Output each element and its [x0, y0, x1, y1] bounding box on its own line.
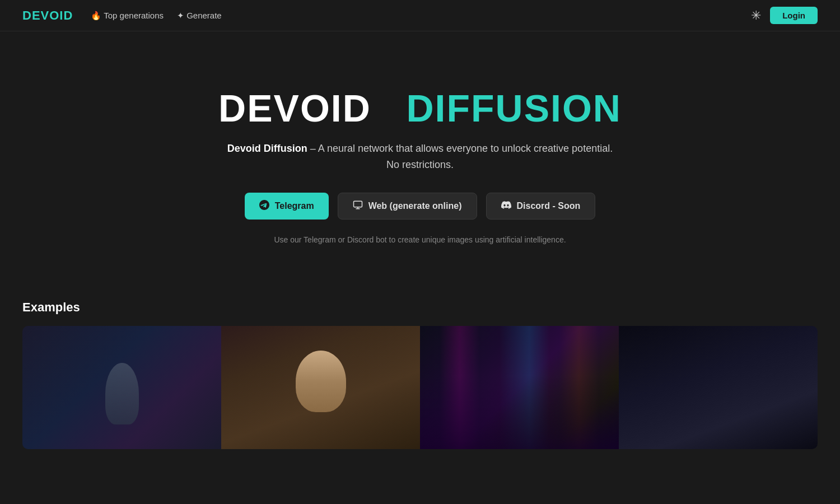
hero-subtitle-rest: – A neural network that allows everyone … — [310, 143, 613, 170]
example-image-3[interactable] — [420, 326, 619, 449]
hero-buttons: Telegram Web (generate online) Discord -… — [245, 193, 596, 220]
hero-section: DEVOID DIFFUSION Devoid Diffusion – A ne… — [0, 31, 840, 289]
examples-grid — [22, 326, 818, 449]
examples-section: Examples — [0, 289, 840, 472]
hero-title-devoid: DEVOID — [218, 87, 371, 129]
nav-links: 🔥 Top generations ✦ Generate — [91, 11, 751, 21]
telegram-button[interactable]: Telegram — [245, 193, 329, 220]
telegram-icon — [259, 200, 269, 212]
web-generate-button[interactable]: Web (generate online) — [338, 193, 477, 220]
nav-right: ✳ Login — [751, 7, 818, 24]
discord-icon — [501, 200, 511, 212]
theme-toggle-icon[interactable]: ✳ — [751, 8, 761, 23]
navbar: DEVOID 🔥 Top generations ✦ Generate ✳ Lo… — [0, 0, 840, 31]
discord-button-label: Discord - Soon — [517, 201, 581, 211]
web-icon — [353, 200, 363, 212]
telegram-button-label: Telegram — [275, 201, 314, 211]
nav-link-generate[interactable]: ✦ Generate — [177, 11, 222, 21]
hero-title: DEVOID DIFFUSION — [218, 87, 622, 129]
nav-link-top-generations[interactable]: 🔥 Top generations — [91, 11, 164, 21]
discord-button[interactable]: Discord - Soon — [486, 193, 596, 220]
nav-logo[interactable]: DEVOID — [22, 8, 73, 23]
hero-note: Use our Telegram or Discord bot to creat… — [274, 235, 566, 244]
hero-subtitle: Devoid Diffusion – A neural network that… — [224, 141, 616, 173]
example-image-1[interactable] — [22, 326, 221, 449]
hero-title-diffusion: DIFFUSION — [407, 87, 622, 129]
example-image-2[interactable] — [221, 326, 420, 449]
login-button[interactable]: Login — [770, 7, 818, 24]
example-image-4[interactable] — [619, 326, 818, 449]
examples-title: Examples — [22, 300, 818, 315]
hero-brand-name: Devoid Diffusion — [227, 143, 307, 154]
svg-rect-0 — [353, 202, 362, 208]
web-button-label: Web (generate online) — [368, 201, 462, 211]
